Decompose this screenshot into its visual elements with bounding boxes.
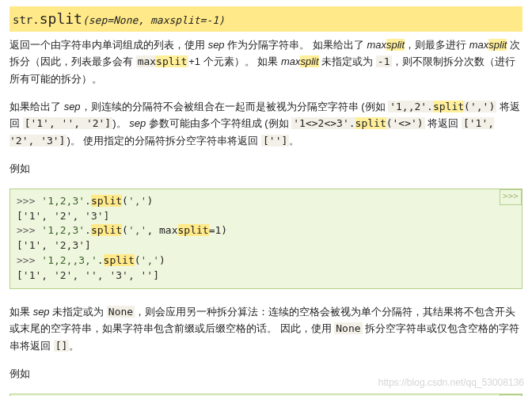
- output: ['1', '2', '3']: [17, 210, 109, 222]
- code-ret1: ['1', '', '2']: [23, 117, 113, 129]
- code-ex1: '1,,2'.split(','): [388, 101, 496, 112]
- prompt: >>>: [17, 254, 41, 266]
- text: 返回一个由字符串内单词组成的列表，使用: [10, 39, 208, 51]
- text: 将返回: [425, 117, 462, 129]
- method-signature: str.split(sep=None, maxsplit=-1): [10, 6, 522, 32]
- text: '1,,2'.: [390, 101, 433, 112]
- code-ex2: '1<>2<>3'.split('<>'): [291, 117, 424, 129]
- prompt: >>>: [17, 195, 41, 207]
- param-sep: sep: [129, 117, 146, 129]
- str: ',': [128, 224, 146, 236]
- code-maxsplit: maxsplit: [136, 55, 189, 67]
- hl-split: split: [104, 254, 135, 266]
- text: ('<>'): [386, 117, 424, 129]
- text: 。: [289, 135, 299, 147]
- text: , max: [146, 224, 177, 236]
- paren: ): [159, 254, 165, 266]
- param-sep: sep: [33, 306, 50, 318]
- str: ',': [128, 195, 146, 207]
- toggle-prompt-button[interactable]: >>>: [500, 189, 522, 205]
- text: 参数可能由多个字符组成 (例如: [146, 117, 291, 129]
- example-block-1: >>>>>> '1,2,3'.split(',') ['1', '2', '3'…: [10, 188, 522, 289]
- param-maxsplit: maxsplit: [367, 39, 405, 51]
- paragraph-1: 返回一个由字符串内单词组成的列表，使用 sep 作为分隔字符串。 如果给出了 m…: [10, 36, 522, 87]
- example-label: 例如: [10, 365, 522, 382]
- sig-params: (sep=None, maxsplit=-1): [82, 14, 225, 26]
- param-sep: sep: [208, 39, 225, 51]
- paren: ): [221, 224, 227, 236]
- text: 如果给出了: [10, 101, 64, 112]
- sig-prefix: str.: [13, 13, 40, 26]
- text: (','): [464, 101, 495, 112]
- text: 未指定或为: [319, 55, 376, 67]
- text: ，则连续的分隔符不会被组合在一起而是被视为分隔空字符串 (例如: [81, 101, 389, 112]
- text: 如果: [10, 306, 33, 318]
- text: 。: [69, 340, 79, 352]
- str: '1,2,,3,': [41, 254, 97, 266]
- code-neg1: -1: [376, 55, 392, 67]
- code-ret3: ['']: [261, 135, 289, 147]
- paren: (: [122, 195, 128, 207]
- hl-split: split: [386, 39, 405, 51]
- text: )。: [112, 117, 129, 129]
- prompt: >>>: [17, 224, 41, 236]
- sig-method: split: [40, 10, 82, 27]
- code-none: None: [334, 322, 362, 334]
- paren: (: [122, 224, 128, 236]
- text: '1<>2<>3'.: [293, 117, 355, 129]
- str: '1,2,3': [41, 224, 85, 236]
- eq: =: [209, 224, 215, 236]
- output: ['1', '2', '', '3', '']: [17, 269, 159, 281]
- example-label: 例如: [10, 160, 522, 177]
- text: +1 个元素）。 如果: [188, 55, 281, 67]
- str: '1,2,3': [41, 195, 85, 207]
- param-maxsplit: maxsplit: [469, 39, 507, 51]
- hl-split: split: [91, 224, 122, 236]
- str: ',': [141, 254, 159, 266]
- text: )。 使用指定的分隔符拆分空字符串将返回: [66, 135, 261, 147]
- output: ['1', '2,3']: [17, 239, 91, 251]
- text: 未指定或为: [50, 306, 107, 318]
- hl-split: split: [178, 224, 209, 236]
- paragraph-2: 如果给出了 sep，则连续的分隔符不会被组合在一起而是被视为分隔空字符串 (例如…: [10, 98, 522, 149]
- dot: .: [97, 254, 104, 266]
- paren: ): [146, 195, 153, 207]
- code-none: None: [107, 306, 135, 318]
- hl-split: split: [300, 55, 318, 67]
- paragraph-3: 如果 sep 未指定或为 None，则会应用另一种拆分算法：连续的空格会被视为单…: [10, 303, 522, 354]
- text: 作为分隔字符串。 如果给出了: [225, 39, 367, 51]
- code-empty: []: [54, 340, 70, 352]
- example-block-2: >>>>>> '1 2 3'.split() ['1', '2', '3'] >…: [10, 394, 522, 396]
- hl-split: split: [433, 101, 464, 112]
- dot: .: [85, 195, 91, 207]
- text: ，则最多进行: [405, 39, 469, 51]
- param-maxsplit: maxsplit: [281, 55, 319, 67]
- hl-split: split: [488, 39, 507, 51]
- paren: (: [135, 254, 141, 266]
- hl-split: split: [91, 195, 122, 207]
- dot: .: [85, 224, 91, 236]
- hl-split: split: [156, 55, 187, 67]
- hl-split: split: [355, 117, 386, 129]
- param-sep: sep: [64, 101, 81, 112]
